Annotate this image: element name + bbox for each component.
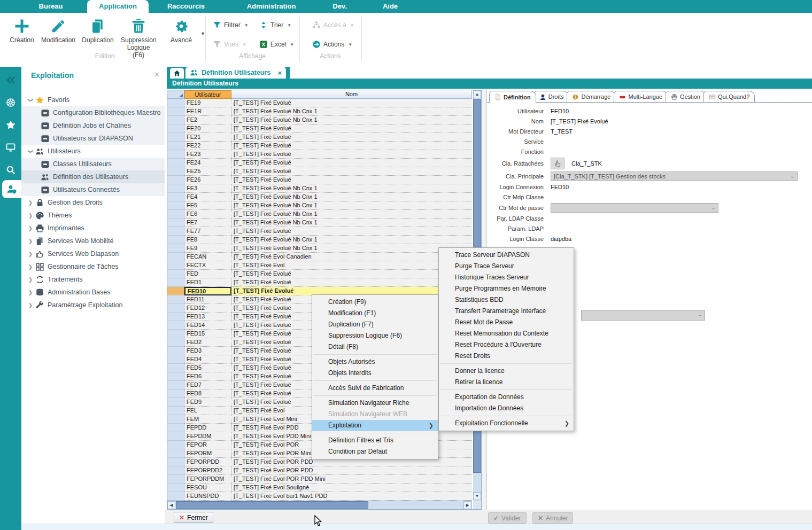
chevron-right-icon[interactable]: ❯ (27, 277, 34, 283)
row-selector-cell[interactable] (167, 407, 184, 415)
menu-item-dev[interactable]: Dev. (325, 0, 354, 13)
row-selector-cell[interactable] (167, 347, 184, 355)
row-selector-cell[interactable] (167, 449, 184, 458)
row-selector-cell[interactable] (167, 236, 184, 244)
cell-utilisateur[interactable]: FEM (184, 415, 231, 424)
table-row[interactable]: FE25[T_TEST] Fixé Evolué (167, 167, 472, 176)
detail-tab-d-finition[interactable]: Définition (489, 91, 536, 103)
row-selector-cell[interactable] (167, 219, 184, 227)
menu-item-reset-proc-dure-l-ouverture[interactable]: Reset Procédure à l'Ouverture (439, 339, 574, 350)
detail-tab-gestion[interactable]: Gestion (666, 91, 706, 102)
rail-item-modules-icon[interactable] (0, 93, 21, 112)
menu-item-reset-droits[interactable]: Reset Droits (439, 350, 574, 362)
dropdown-arrow-icon[interactable]: ▼ (200, 31, 205, 36)
rail-item-desktop-icon[interactable] (0, 138, 21, 157)
table-row[interactable]: FE6[T_TEST] Fixé Evolué Nb Cnx 1 (167, 210, 472, 219)
sidebar-item-th-mes[interactable]: ❯Thèmes (21, 209, 165, 222)
menu-item-trace-serveur-diapason[interactable]: Trace Serveur DIAPASON (439, 250, 574, 261)
row-selector-cell[interactable] (167, 227, 184, 236)
menu-item-reset-m-morisation-du-contexte[interactable]: Reset Mémorisation du Contexte (439, 328, 574, 339)
cell-utilisateur[interactable]: FEPORM (184, 449, 231, 458)
cell-utilisateur[interactable]: FED7 (184, 381, 231, 389)
row-selector-cell[interactable] (167, 261, 184, 270)
row-selector-cell[interactable] (167, 124, 184, 133)
cell-nom[interactable]: [T_TEST] Fixé Evolué Nb Cnx 1 (231, 107, 472, 116)
menu-item-exploitation-fonctionnelle[interactable]: Exploitation Fonctionnelle❯ (439, 418, 574, 429)
cell-nom[interactable]: [T_TEST] Fixé Evolué Nb Cnx 1 (231, 201, 472, 210)
menu-item-suppression-logique-f6-[interactable]: Suppression Logique (F6) (312, 330, 438, 341)
cell-utilisateur[interactable]: FE9 (184, 244, 231, 253)
table-row[interactable]: FE3[T_TEST] Fixé Evolué Nb Cnx 1 (167, 184, 472, 193)
rail-item-users-admin-icon[interactable] (2, 180, 21, 198)
row-selector-cell[interactable] (167, 381, 184, 389)
tab-definition-utilisateurs[interactable]: Définition Utilisateurs × (185, 67, 286, 79)
row-selector-cell[interactable] (167, 372, 184, 381)
cell-utilisateur[interactable]: FE4 (184, 193, 231, 201)
cell-utilisateur[interactable]: FED (184, 270, 231, 278)
cell-utilisateur[interactable]: FEPOR (184, 441, 231, 449)
table-row[interactable]: FE24[T_TEST] Fixé Evolué (167, 159, 472, 167)
row-selector-cell[interactable] (167, 270, 184, 278)
cell-nom[interactable]: [T_TEST] Fixé Evol Souligné (231, 484, 472, 492)
menu-item-exploitation[interactable]: Exploitation❯ (312, 420, 438, 431)
table-row[interactable]: FE20[T_TEST] Fixé Evolué (167, 124, 472, 133)
cell-utilisateur[interactable]: FE1R (184, 107, 231, 116)
cell-utilisateur[interactable]: FED14 (184, 321, 231, 330)
detail-tab-d-marrage[interactable]: Démarrage (567, 91, 616, 102)
row-selector-cell[interactable] (167, 150, 184, 159)
table-row[interactable]: FE26[T_TEST] Fixé Evolué (167, 176, 472, 184)
menu-item-purge-programmes-en-m-moire[interactable]: Purge Programmes en Mémoire (439, 283, 574, 294)
menu-item-cr-ation-f9-[interactable]: Création (F9) (312, 297, 438, 308)
field-value-login-connexion[interactable]: FED10 (551, 184, 569, 190)
cell-utilisateur[interactable]: FECTX (184, 261, 231, 270)
row-selector-cell[interactable] (167, 492, 184, 501)
cell-nom[interactable]: [T_TEST] Fixé Evolué (231, 142, 472, 150)
row-selector-cell[interactable] (167, 364, 184, 372)
toolbar-button-filtrer[interactable]: Filtrer▼ (213, 19, 249, 31)
field-value-cla-rattach-es[interactable]: Cla_T_STK (571, 160, 602, 167)
row-selector-cell[interactable] (167, 389, 184, 398)
field-select-cla-principale[interactable]: [Cla_T_STK] [T_TEST] Gestion des stocks (551, 172, 798, 181)
cell-nom[interactable]: [T_TEST] Fixé Evolué Nb Cnx 1 (231, 184, 472, 193)
tab-close-icon[interactable]: × (277, 69, 282, 77)
menu-item-raccourcis[interactable]: Raccourcis (159, 0, 213, 13)
field-value-mot-directeur[interactable]: T_TEST (551, 128, 573, 135)
cell-utilisateur[interactable]: FE2 (184, 116, 231, 124)
sidebar-item-administration-bases[interactable]: ❯Administration Bases (21, 286, 165, 299)
row-selector-cell[interactable] (167, 167, 184, 176)
row-selector-cell[interactable] (167, 159, 184, 167)
cell-utilisateur[interactable]: FED12 (184, 304, 231, 313)
row-selector-cell[interactable] (167, 253, 184, 261)
cell-nom[interactable]: [T_TEST] Fixé Evolué (231, 159, 472, 167)
class-picker-button[interactable] (551, 158, 564, 169)
cell-utilisateur[interactable]: FE23 (184, 150, 231, 159)
table-row[interactable]: FE2[T_TEST] Fixé Evolué Nb Cnx 1 (167, 116, 472, 124)
row-selector-cell[interactable] (167, 424, 184, 432)
field-select-ctr-mot-de-passe[interactable] (551, 203, 718, 213)
cell-utilisateur[interactable]: FECAN (184, 253, 231, 261)
row-selector-cell[interactable] (167, 415, 184, 424)
cell-nom[interactable]: [T_TEST] Fixé Evolué (231, 124, 472, 133)
row-selector-cell[interactable] (167, 184, 184, 193)
table-row[interactable]: FE23[T_TEST] Fixé Evolué (167, 150, 472, 159)
validate-button[interactable]: ✓ Valider (488, 512, 527, 524)
scroll-right-icon[interactable]: ▶ (463, 501, 471, 509)
sidebar-item-d-finition-jobs-et-cha-nes[interactable]: Définition Jobs et Chaînes (21, 119, 165, 132)
row-selector-cell[interactable] (167, 304, 184, 313)
hidden-field-select[interactable] (581, 310, 705, 321)
cell-utilisateur[interactable]: FE25 (184, 167, 231, 176)
sidebar-close-icon[interactable]: × (154, 70, 159, 80)
row-selector-cell[interactable] (167, 210, 184, 219)
table-row[interactable]: FE77[T_TEST] Fixé Evolué (167, 227, 472, 236)
row-selector-cell[interactable] (167, 355, 184, 364)
rail-item-favorites-icon[interactable] (0, 116, 21, 134)
toolbar-button-trier[interactable]: Trier▼ (259, 19, 291, 31)
table-row[interactable]: FEUNSPDD[T_TEST] Fixé Evol bur1 Nav1 PDD (167, 492, 472, 501)
cell-utilisateur[interactable]: FEPDD (184, 424, 231, 432)
table-row[interactable]: FE22[T_TEST] Fixé Evolué (167, 142, 472, 150)
menu-item-transfert-parametrage-interface[interactable]: Transfert Parametrage Interface (439, 306, 574, 317)
menu-item-condition-par-d-faut[interactable]: Condition par Défaut (312, 446, 438, 457)
sidebar-item-services-web-mobilit-[interactable]: ❯Services Web Mobilité (21, 235, 165, 247)
row-selector-cell[interactable] (167, 133, 184, 142)
cell-nom[interactable]: [T_TEST] Fixé Evol Canadien (231, 253, 472, 261)
